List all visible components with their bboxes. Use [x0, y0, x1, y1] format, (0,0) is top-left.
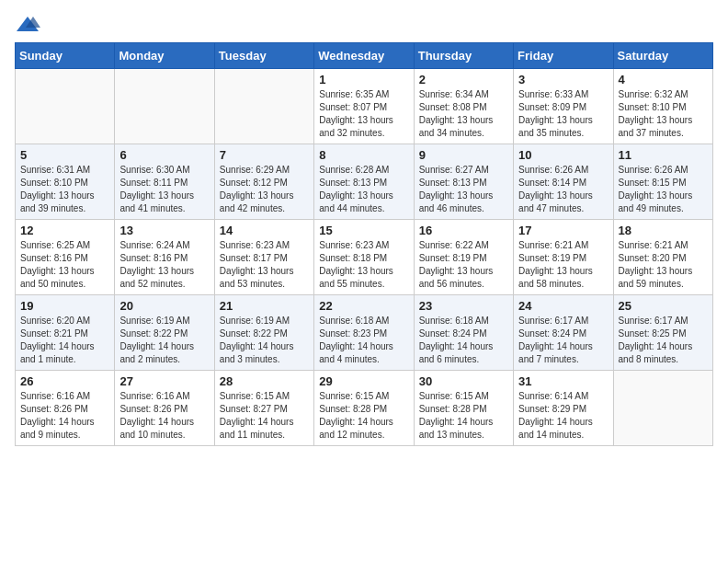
- calendar-day-3: 3Sunrise: 6:33 AM Sunset: 8:09 PM Daylig…: [514, 69, 613, 144]
- calendar-day-28: 28Sunrise: 6:15 AM Sunset: 8:27 PM Dayli…: [214, 371, 313, 446]
- calendar-day-9: 9Sunrise: 6:27 AM Sunset: 8:13 PM Daylig…: [414, 144, 513, 220]
- day-number: 4: [619, 73, 708, 86]
- day-info: Sunrise: 6:21 AM Sunset: 8:20 PM Dayligh…: [619, 239, 708, 291]
- day-number: 18: [619, 224, 708, 237]
- day-info: Sunrise: 6:24 AM Sunset: 8:16 PM Dayligh…: [119, 239, 209, 291]
- day-number: 7: [220, 148, 309, 162]
- day-info: Sunrise: 6:34 AM Sunset: 8:08 PM Dayligh…: [419, 88, 508, 140]
- day-info: Sunrise: 6:19 AM Sunset: 8:22 PM Dayligh…: [220, 315, 309, 366]
- day-number: 27: [119, 374, 209, 388]
- day-number: 1: [319, 73, 408, 86]
- day-number: 15: [319, 224, 408, 237]
- calendar-day-1: 1Sunrise: 6:35 AM Sunset: 8:07 PM Daylig…: [314, 69, 414, 144]
- calendar-week-row: 12Sunrise: 6:25 AM Sunset: 8:16 PM Dayli…: [16, 220, 713, 295]
- calendar-empty-cell: [115, 69, 214, 144]
- calendar-day-25: 25Sunrise: 6:17 AM Sunset: 8:25 PM Dayli…: [613, 295, 712, 371]
- calendar-week-row: 26Sunrise: 6:16 AM Sunset: 8:26 PM Dayli…: [16, 371, 713, 446]
- day-info: Sunrise: 6:17 AM Sunset: 8:24 PM Dayligh…: [518, 315, 608, 366]
- day-info: Sunrise: 6:14 AM Sunset: 8:29 PM Dayligh…: [518, 390, 608, 442]
- day-info: Sunrise: 6:21 AM Sunset: 8:19 PM Dayligh…: [518, 239, 608, 291]
- day-number: 25: [619, 299, 708, 313]
- weekday-header-tuesday: Tuesday: [214, 43, 313, 69]
- day-info: Sunrise: 6:15 AM Sunset: 8:28 PM Dayligh…: [419, 390, 508, 442]
- calendar-day-15: 15Sunrise: 6:23 AM Sunset: 8:18 PM Dayli…: [314, 220, 414, 295]
- day-number: 31: [518, 374, 608, 388]
- calendar-day-12: 12Sunrise: 6:25 AM Sunset: 8:16 PM Dayli…: [16, 220, 115, 295]
- day-info: Sunrise: 6:23 AM Sunset: 8:17 PM Dayligh…: [220, 239, 309, 291]
- day-info: Sunrise: 6:15 AM Sunset: 8:28 PM Dayligh…: [319, 390, 408, 442]
- day-info: Sunrise: 6:16 AM Sunset: 8:26 PM Dayligh…: [119, 390, 209, 442]
- calendar-empty-cell: [613, 371, 712, 446]
- day-info: Sunrise: 6:30 AM Sunset: 8:11 PM Dayligh…: [119, 164, 209, 215]
- weekday-header-monday: Monday: [115, 43, 214, 69]
- day-number: 6: [119, 148, 209, 162]
- calendar-day-8: 8Sunrise: 6:28 AM Sunset: 8:13 PM Daylig…: [314, 144, 414, 220]
- day-number: 16: [419, 224, 508, 237]
- calendar-day-18: 18Sunrise: 6:21 AM Sunset: 8:20 PM Dayli…: [613, 220, 712, 295]
- calendar-week-row: 1Sunrise: 6:35 AM Sunset: 8:07 PM Daylig…: [16, 69, 713, 144]
- day-info: Sunrise: 6:20 AM Sunset: 8:21 PM Dayligh…: [20, 315, 109, 366]
- calendar-day-20: 20Sunrise: 6:19 AM Sunset: 8:22 PM Dayli…: [115, 295, 214, 371]
- day-info: Sunrise: 6:33 AM Sunset: 8:09 PM Dayligh…: [518, 88, 608, 140]
- day-info: Sunrise: 6:19 AM Sunset: 8:22 PM Dayligh…: [119, 315, 209, 366]
- day-number: 23: [419, 299, 508, 313]
- day-info: Sunrise: 6:27 AM Sunset: 8:13 PM Dayligh…: [419, 164, 508, 215]
- day-number: 8: [319, 148, 408, 162]
- day-info: Sunrise: 6:23 AM Sunset: 8:18 PM Dayligh…: [319, 239, 408, 291]
- weekday-header-wednesday: Wednesday: [314, 43, 414, 69]
- weekday-header-friday: Friday: [514, 43, 613, 69]
- calendar-empty-cell: [16, 69, 115, 144]
- calendar-day-26: 26Sunrise: 6:16 AM Sunset: 8:26 PM Dayli…: [16, 371, 115, 446]
- day-info: Sunrise: 6:18 AM Sunset: 8:23 PM Dayligh…: [319, 315, 408, 366]
- day-info: Sunrise: 6:28 AM Sunset: 8:13 PM Dayligh…: [319, 164, 408, 215]
- day-info: Sunrise: 6:15 AM Sunset: 8:27 PM Dayligh…: [220, 390, 309, 442]
- day-number: 12: [20, 224, 109, 237]
- weekday-header-thursday: Thursday: [414, 43, 513, 69]
- day-number: 30: [419, 374, 508, 388]
- day-info: Sunrise: 6:26 AM Sunset: 8:15 PM Dayligh…: [619, 164, 708, 215]
- page-header: [15, 15, 713, 35]
- day-number: 3: [518, 73, 608, 86]
- day-number: 13: [119, 224, 209, 237]
- day-info: Sunrise: 6:29 AM Sunset: 8:12 PM Dayligh…: [220, 164, 309, 215]
- day-info: Sunrise: 6:16 AM Sunset: 8:26 PM Dayligh…: [20, 390, 109, 442]
- calendar-day-19: 19Sunrise: 6:20 AM Sunset: 8:21 PM Dayli…: [16, 295, 115, 371]
- calendar-day-22: 22Sunrise: 6:18 AM Sunset: 8:23 PM Dayli…: [314, 295, 414, 371]
- day-info: Sunrise: 6:32 AM Sunset: 8:10 PM Dayligh…: [619, 88, 708, 140]
- day-number: 28: [220, 374, 309, 388]
- calendar-empty-cell: [214, 69, 313, 144]
- day-number: 11: [619, 148, 708, 162]
- day-number: 24: [518, 299, 608, 313]
- calendar-day-27: 27Sunrise: 6:16 AM Sunset: 8:26 PM Dayli…: [115, 371, 214, 446]
- day-number: 17: [518, 224, 608, 237]
- calendar-day-4: 4Sunrise: 6:32 AM Sunset: 8:10 PM Daylig…: [613, 69, 712, 144]
- calendar-day-11: 11Sunrise: 6:26 AM Sunset: 8:15 PM Dayli…: [613, 144, 712, 220]
- day-number: 26: [20, 374, 109, 388]
- day-number: 10: [518, 148, 608, 162]
- calendar-day-30: 30Sunrise: 6:15 AM Sunset: 8:28 PM Dayli…: [414, 371, 513, 446]
- calendar-day-7: 7Sunrise: 6:29 AM Sunset: 8:12 PM Daylig…: [214, 144, 313, 220]
- calendar-day-6: 6Sunrise: 6:30 AM Sunset: 8:11 PM Daylig…: [115, 144, 214, 220]
- logo-icon: [15, 15, 40, 35]
- calendar-day-31: 31Sunrise: 6:14 AM Sunset: 8:29 PM Dayli…: [514, 371, 613, 446]
- calendar-day-5: 5Sunrise: 6:31 AM Sunset: 8:10 PM Daylig…: [16, 144, 115, 220]
- day-info: Sunrise: 6:26 AM Sunset: 8:14 PM Dayligh…: [518, 164, 608, 215]
- calendar-week-row: 19Sunrise: 6:20 AM Sunset: 8:21 PM Dayli…: [16, 295, 713, 371]
- calendar-week-row: 5Sunrise: 6:31 AM Sunset: 8:10 PM Daylig…: [16, 144, 713, 220]
- calendar-day-16: 16Sunrise: 6:22 AM Sunset: 8:19 PM Dayli…: [414, 220, 513, 295]
- weekday-header-row: SundayMondayTuesdayWednesdayThursdayFrid…: [16, 43, 713, 69]
- calendar-day-10: 10Sunrise: 6:26 AM Sunset: 8:14 PM Dayli…: [514, 144, 613, 220]
- day-info: Sunrise: 6:31 AM Sunset: 8:10 PM Dayligh…: [20, 164, 109, 215]
- day-info: Sunrise: 6:25 AM Sunset: 8:16 PM Dayligh…: [20, 239, 109, 291]
- weekday-header-sunday: Sunday: [16, 43, 115, 69]
- calendar-day-24: 24Sunrise: 6:17 AM Sunset: 8:24 PM Dayli…: [514, 295, 613, 371]
- calendar-day-2: 2Sunrise: 6:34 AM Sunset: 8:08 PM Daylig…: [414, 69, 513, 144]
- calendar-day-23: 23Sunrise: 6:18 AM Sunset: 8:24 PM Dayli…: [414, 295, 513, 371]
- day-number: 14: [220, 224, 309, 237]
- day-number: 20: [119, 299, 209, 313]
- day-number: 22: [319, 299, 408, 313]
- day-info: Sunrise: 6:35 AM Sunset: 8:07 PM Dayligh…: [319, 88, 408, 140]
- calendar-day-21: 21Sunrise: 6:19 AM Sunset: 8:22 PM Dayli…: [214, 295, 313, 371]
- calendar-day-13: 13Sunrise: 6:24 AM Sunset: 8:16 PM Dayli…: [115, 220, 214, 295]
- day-info: Sunrise: 6:22 AM Sunset: 8:19 PM Dayligh…: [419, 239, 508, 291]
